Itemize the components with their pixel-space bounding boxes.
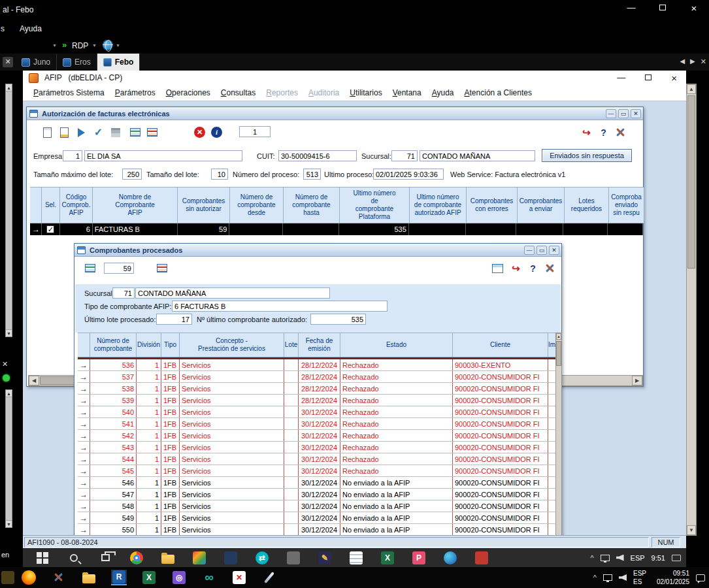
table-row[interactable]: → 550 1 1FB Servicios 30/12/2024 No envi… [78,524,556,535]
tab-eros[interactable]: Eros [57,54,97,71]
package-app-icon[interactable] [286,550,301,566]
session-vscroll-thumb[interactable] [687,95,695,269]
left-panel-scrollbar-2[interactable]: ▲ ▼ [5,389,12,528]
close-button[interactable]: ✕ [631,109,641,118]
afip-restore-button[interactable] [645,73,651,84]
scroll-down-icon[interactable]: ▼ [6,329,12,336]
tab-scroll-left-icon[interactable]: ◀ [680,57,685,66]
header-sin-autorizar[interactable]: Comprobantes sin autorizar [178,187,230,223]
globe-icon[interactable] [103,40,113,50]
header-hasta[interactable]: Número de comprobante hasta [284,187,340,223]
remote-language-indicator[interactable]: ESP [631,554,645,562]
volume-tray-icon[interactable] [619,574,627,581]
tray-chevron-icon[interactable]: ^ [593,574,597,581]
chrome-icon[interactable] [129,550,144,566]
scroll-up-icon[interactable]: ▲ [687,84,696,94]
host-close-button[interactable]: × [688,3,700,14]
enviados-sin-respuesta-button[interactable]: Enviados sin respuesta [542,149,632,162]
sucursal-num-field[interactable]: 71 [391,150,418,161]
new-button[interactable] [40,125,55,140]
header-plataforma[interactable]: Ultimo número de comprobante Plataforma [340,187,410,223]
header-enviados-resp[interactable]: Comproba enviado sin respu [609,187,644,223]
checkbox-checked-icon[interactable]: ✓ [46,225,54,233]
vscroll-thumb[interactable] [556,341,561,366]
menu-ventana[interactable]: Ventana [387,88,427,97]
confirm-button[interactable]: ✓ [91,125,106,140]
scroll-up-icon[interactable]: ▲ [6,390,12,397]
tray-chevron-icon[interactable]: ^ [590,554,593,562]
menu-parametros[interactable]: Parámetros [110,88,161,97]
table-row[interactable]: → 537 1 1FB Servicios 28/12/2024 Rechaza… [78,371,556,383]
run-button[interactable] [74,125,89,140]
table-row[interactable]: → 541 1 1FB Servicios 30/12/2024 Rechaza… [78,418,556,430]
header-nombre[interactable]: Nombre de Comprobante AFIP [93,187,178,223]
header-fecha[interactable]: Fecha de emisión [299,333,340,357]
properties-button[interactable] [57,125,72,140]
photos-icon[interactable] [191,550,207,566]
menu-utilitarios[interactable]: Utilitarios [344,88,387,97]
header-concepto[interactable]: Concepto - Prestación de servicios [180,333,284,357]
tab-close-icon[interactable]: ✕ [3,57,13,67]
table-row[interactable]: → 549 1 1FB Servicios 30/12/2024 No envi… [78,512,556,524]
file-explorer-icon[interactable] [160,550,176,566]
host-titlebar[interactable]: al - Febo — × [0,0,709,20]
header-autorizado[interactable]: Ultimo número de comprobante autorizado … [410,187,467,223]
infinity-app-icon[interactable]: ∞ [201,570,217,585]
table-row[interactable]: → 536 1 1FB Servicios 28/12/2024 Rechaza… [78,359,556,371]
num-proceso-field[interactable]: 513 [303,169,321,180]
host-minimize-button[interactable]: — [625,3,637,14]
file-explorer-icon[interactable] [81,570,97,585]
sel-cell[interactable]: ✓ [42,223,60,235]
rdp-dropdown-icon[interactable]: ▼ [92,43,97,48]
table-row[interactable]: → 547 1 1FB Servicios 30/12/2024 No envi… [78,489,556,500]
document-app-icon[interactable] [348,550,364,566]
comprobantes-titlebar[interactable]: Comprobantes procesados — ▭ ✕ [74,244,561,257]
photo-app-icon[interactable]: ✕ [231,570,247,585]
scroll-up-icon[interactable]: ▲ [556,333,561,340]
header-codigo[interactable]: Código Comprob. AFIP [60,187,93,223]
ultimo-lote-field[interactable]: 17 [156,314,192,325]
menu-consultas[interactable]: Consultas [216,88,261,97]
afip-close-button[interactable]: × [671,73,677,84]
grid-export-button-2[interactable] [144,125,159,140]
app-dark-icon[interactable] [223,550,239,566]
scroll-down-icon[interactable]: ▼ [6,520,12,527]
menu-ayuda[interactable]: Ayuda [427,88,459,97]
volume-tray-icon[interactable] [616,555,624,561]
sucursal-nombre-field[interactable]: CONTADO MAÑANA [135,287,330,299]
table-row[interactable]: → 546 1 1FB Servicios 30/12/2024 No envi… [78,477,556,489]
tipo-field[interactable]: 6 FACTURAS B [172,301,387,312]
header-cliente[interactable]: Cliente [453,333,548,357]
maximize-button[interactable]: ▭ [618,109,629,118]
host-menu-ayuda[interactable]: Ayuda [20,24,42,33]
start-icon[interactable] [35,550,50,566]
toolbar-dropdown-icon[interactable]: ▼ [52,43,57,48]
ultimo-comp-field[interactable]: 535 [310,314,366,325]
minimize-button[interactable]: — [606,109,616,118]
menu-operaciones[interactable]: Operaciones [161,88,216,97]
settings-button[interactable] [613,125,628,140]
sucursal-num-field[interactable]: 71 [112,287,135,299]
scroll-down-icon[interactable]: ▼ [687,525,696,535]
table-row[interactable]: → 544 1 1FB Servicios 30/12/2024 Rechaza… [78,453,556,465]
tam-max-field[interactable]: 250 [122,169,142,180]
firefox-icon[interactable] [21,570,37,585]
clipped-taskbar-icon[interactable] [1,571,14,584]
table-row[interactable]: → 542 1 1FB Servicios 30/12/2024 Rechaza… [78,430,556,442]
table-view-button[interactable] [490,261,505,276]
maximize-button[interactable]: ▭ [536,246,547,255]
exit-button[interactable]: ↪ [508,261,523,276]
settings-button[interactable] [542,261,557,276]
session-vscrollbar[interactable]: ▲ ▼ [686,84,697,536]
header-division[interactable]: División [137,333,161,357]
tab-scroll-right-icon[interactable]: ▶ [690,57,695,66]
pen-app-icon[interactable] [261,570,277,585]
rdp-button[interactable]: RDP [72,41,88,50]
sucursal-nombre-field[interactable]: CONTADO MAÑANA [420,150,535,161]
scroll-right-icon[interactable]: ▶ [632,376,642,385]
header-desde[interactable]: Número de comprobante desde [230,187,284,223]
tam-lote-field[interactable]: 10 [211,169,228,180]
header-numero[interactable]: Número de comprobante [90,333,137,357]
header-tipo[interactable]: Tipo [161,333,180,357]
auth-selected-row[interactable]: → ✓ 6 FACTURAS B 59 535 [30,223,643,235]
